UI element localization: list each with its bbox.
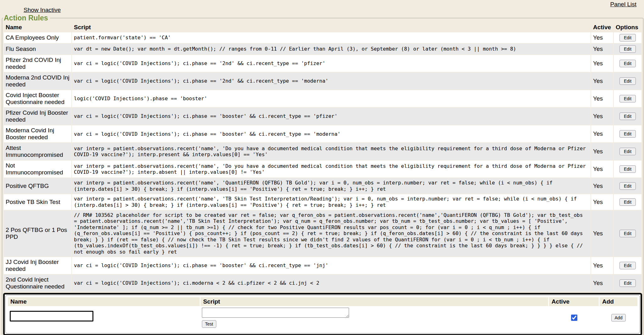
rule-active-value: Yes xyxy=(591,90,613,107)
add-form-header-row: Name Script Active Add xyxy=(8,297,637,306)
rule-name: Moderna Covid Inj Booster needed xyxy=(4,125,71,142)
rule-script: var ci = logic('COVID Injections'); ci.p… xyxy=(72,108,591,125)
table-row: Postive TB Skin Test var interp = patien… xyxy=(4,194,641,210)
table-row: Flu Season var dt = new Date(); var mont… xyxy=(4,44,641,54)
rule-active-value: Yes xyxy=(591,161,613,178)
table-row: Moderna Covid Inj Booster needed var ci … xyxy=(4,125,641,142)
rule-active-value: Yes xyxy=(591,44,613,54)
rule-name: Not Immunocompromised xyxy=(4,161,71,178)
action-rules-table: Name Script Active Options CA Employees … xyxy=(3,22,642,292)
rule-name: Moderna 2nd COVID Inj needed xyxy=(4,73,71,90)
action-rules-legend: Action Rules xyxy=(3,14,50,22)
edit-button[interactable]: Edit xyxy=(619,45,636,53)
table-row: Pfizer Covid Inj Booster needed var ci =… xyxy=(4,108,641,125)
test-button[interactable]: Test xyxy=(202,320,216,328)
rule-active-value: Yes xyxy=(591,108,613,125)
rule-name: JJ Covid Inj Booster needed xyxy=(4,257,71,274)
top-bar: Panel List Show Inactive xyxy=(0,0,644,14)
add-rule-table: Name Script Active Add Test xyxy=(7,296,638,329)
rule-name: 2nd Covid Inject Questionnaire needed xyxy=(4,275,71,292)
rule-name: Flu Season xyxy=(4,44,71,54)
add-column-header-add: Add xyxy=(600,297,637,306)
edit-button[interactable]: Edit xyxy=(619,182,636,190)
table-row: Positive QFTBG var interp = patient.obse… xyxy=(4,178,641,194)
edit-button[interactable]: Edit xyxy=(619,130,636,138)
edit-button[interactable]: Edit xyxy=(619,279,636,287)
rule-script: var ci = logic('COVID Injections'); ci.p… xyxy=(72,257,591,274)
new-rule-name-input[interactable] xyxy=(10,311,93,321)
add-button[interactable]: Add xyxy=(611,314,626,321)
rule-name: Attest Immunocompromised xyxy=(4,143,71,160)
rule-name: Postive TB Skin Test xyxy=(4,194,71,210)
rule-active-value: Yes xyxy=(591,194,613,210)
panel-list-link[interactable]: Panel List xyxy=(610,1,636,8)
rule-name: Positive QFTBG xyxy=(4,178,71,194)
rule-script: var dt = new Date(); var month = dt.getM… xyxy=(72,44,591,54)
rule-script: patient.formvar('state') == 'CA' xyxy=(72,32,591,43)
rule-script: var ci = logic('COVID Injections'); ci.p… xyxy=(72,125,591,142)
edit-button[interactable]: Edit xyxy=(619,230,636,237)
table-row: JJ Covid Inj Booster needed var ci = log… xyxy=(4,257,641,274)
column-header-active: Active xyxy=(591,23,613,32)
rule-active-value: Yes xyxy=(591,143,613,160)
edit-button[interactable]: Edit xyxy=(619,60,636,67)
rule-script: logic('COVID Injections').phase == 'boos… xyxy=(72,90,591,107)
rule-script: var interp = patient.observations.recent… xyxy=(72,178,591,194)
rule-script: var interp = patient.observations.recent… xyxy=(72,143,591,160)
rule-name: Pfizer 2nd COVID Inj needed xyxy=(4,55,71,72)
table-header-row: Name Script Active Options xyxy=(4,23,641,32)
add-form-input-row: Test Add xyxy=(8,307,637,328)
new-rule-active-checkbox[interactable] xyxy=(571,315,577,321)
table-row: Attest Immunocompromised var interp = pa… xyxy=(4,143,641,160)
rule-script: var interp = patient.observations.recent… xyxy=(72,194,591,210)
rule-active-value: Yes xyxy=(591,257,613,274)
rule-name: 2 Pos QFTBG or 1 Pos PPD xyxy=(4,211,71,257)
edit-button[interactable]: Edit xyxy=(619,148,636,155)
column-header-options: Options xyxy=(614,23,641,32)
rule-active-value: Yes xyxy=(591,32,613,43)
rule-name: Pfizer Covid Inj Booster needed xyxy=(4,108,71,125)
rule-script: var ci = logic('COVID Injections'); ci.m… xyxy=(72,275,591,292)
edit-button[interactable]: Edit xyxy=(619,165,636,173)
new-rule-script-textarea[interactable] xyxy=(202,308,349,318)
action-rules-fieldset: Action Rules Name Script Active Options … xyxy=(2,14,643,335)
rule-active-value: Yes xyxy=(591,73,613,90)
table-row: CA Employees Only patient.formvar('state… xyxy=(4,32,641,43)
add-column-header-active: Active xyxy=(549,297,599,306)
edit-button[interactable]: Edit xyxy=(619,198,636,206)
edit-button[interactable]: Edit xyxy=(619,34,636,41)
rule-active-value: Yes xyxy=(591,125,613,142)
add-rule-panel-inner: Name Script Active Add Test xyxy=(5,295,640,333)
rule-script: var interp = patient.observations.recent… xyxy=(72,161,591,178)
rule-name: CA Employees Only xyxy=(4,32,71,43)
add-column-header-script: Script xyxy=(201,297,548,306)
table-row: Moderna 2nd COVID Inj needed var ci = lo… xyxy=(4,73,641,90)
table-row: Pfizer 2nd COVID Inj needed var ci = log… xyxy=(4,55,641,72)
rule-name: Covid Inject Booster Questionnaire neede… xyxy=(4,90,71,107)
table-row: Covid Inject Booster Questionnaire neede… xyxy=(4,90,641,107)
rule-active-value: Yes xyxy=(591,275,613,292)
edit-button[interactable]: Edit xyxy=(619,95,636,102)
add-rule-panel: Name Script Active Add Test xyxy=(3,293,642,335)
rule-script: var ci = logic('COVID Injections'); ci.p… xyxy=(72,73,591,90)
table-row: Not Immunocompromised var interp = patie… xyxy=(4,161,641,178)
edit-button[interactable]: Edit xyxy=(619,113,636,120)
column-header-name: Name xyxy=(4,23,71,32)
table-row: 2nd Covid Inject Questionnaire needed va… xyxy=(4,275,641,292)
edit-button[interactable]: Edit xyxy=(619,77,636,85)
show-inactive-link[interactable]: Show Inactive xyxy=(24,7,61,14)
table-row: 2 Pos QFTBG or 1 Pos PPD // RM# 103562 p… xyxy=(4,211,641,257)
add-column-header-name: Name xyxy=(8,297,200,306)
edit-button[interactable]: Edit xyxy=(619,262,636,269)
rule-active-value: Yes xyxy=(591,178,613,194)
rule-script: var ci = logic('COVID Injections'); ci.p… xyxy=(72,55,591,72)
rule-script: // RM# 103562 placeholder for script to … xyxy=(72,211,591,257)
rule-active-value: Yes xyxy=(591,211,613,257)
column-header-script: Script xyxy=(72,23,591,32)
rule-active-value: Yes xyxy=(591,55,613,72)
